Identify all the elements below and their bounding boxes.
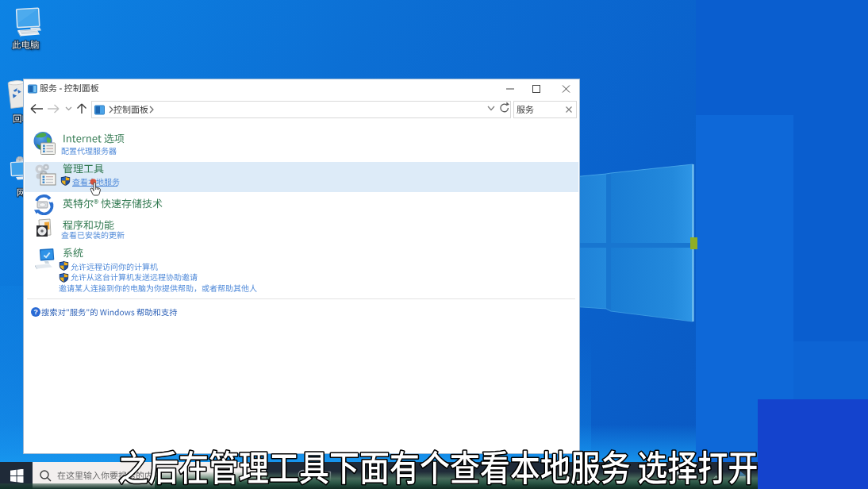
svg-text:?: ? bbox=[33, 308, 38, 316]
